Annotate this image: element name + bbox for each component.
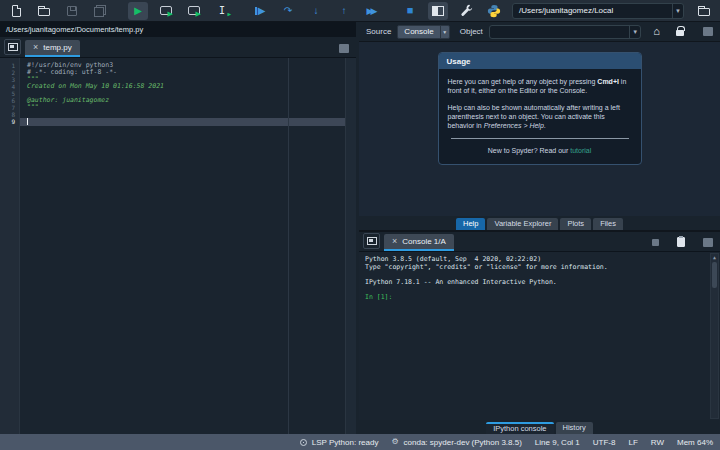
browse-folder-icon	[698, 8, 710, 16]
help-options-menu-icon[interactable]	[703, 27, 713, 36]
cmd-i-shortcut: Cmd+I	[597, 78, 619, 85]
run-selection-icon: I▶	[219, 5, 225, 16]
help-toolbar: Source Console ▼ Object ▼ ⌂	[359, 22, 720, 42]
object-label: Object	[460, 27, 483, 36]
step-into-icon: ↓	[314, 6, 319, 16]
console-state-icon	[652, 239, 659, 246]
divider	[451, 138, 629, 139]
save-all-button[interactable]	[90, 2, 110, 20]
save-icon	[67, 6, 77, 16]
console-toolbar-icons	[652, 237, 717, 247]
source-label: Source	[366, 27, 391, 36]
home-icon[interactable]: ⌂	[653, 26, 660, 37]
scrollbar-handle[interactable]	[712, 262, 717, 288]
chevron-down-icon[interactable]: ▼	[629, 26, 640, 38]
preferences-button[interactable]	[456, 2, 476, 20]
lock-icon[interactable]	[676, 30, 684, 36]
save-button[interactable]	[62, 2, 82, 20]
tab-help[interactable]: Help	[456, 218, 485, 230]
chevron-down-icon[interactable]: ▼	[440, 26, 449, 38]
step-over-button[interactable]: ↷	[278, 2, 298, 20]
code-line: 8	[0, 111, 356, 118]
console-browse-tabs-button[interactable]	[363, 233, 380, 249]
console-tab-1a[interactable]: × Console 1/A	[384, 234, 454, 251]
console-scrollbar[interactable]: ▲	[710, 253, 719, 419]
console-line: Type "copyright", "credits" or "license"…	[365, 264, 714, 272]
clipboard-icon[interactable]	[677, 237, 685, 247]
code-line: 6@author: juanitagomez	[0, 97, 356, 104]
run-cell-button[interactable]: ▶	[156, 2, 176, 20]
editor-options-menu-icon[interactable]	[339, 44, 349, 53]
console-tab-label: Console 1/A	[402, 237, 446, 246]
step-out-button[interactable]: ↑	[334, 2, 354, 20]
stop-debug-button[interactable]: ■	[400, 2, 420, 20]
step-over-icon: ↷	[284, 6, 292, 16]
close-tab-icon[interactable]: ×	[392, 237, 397, 246]
tab-files[interactable]: Files	[593, 218, 623, 230]
ipython-console-output[interactable]: Python 3.8.5 (default, Sep 4 2020, 02:22…	[359, 252, 720, 420]
tutorial-link[interactable]: tutorial	[570, 147, 591, 154]
cursor-position-status: Line 9, Col 1	[535, 438, 580, 447]
python-path-manager-button[interactable]	[484, 2, 504, 20]
memory-status: Mem 64%	[677, 438, 713, 447]
browse-working-directory-button[interactable]	[694, 2, 714, 20]
code-lines: 1#!/usr/bin/env python3 2# -*- coding: u…	[0, 58, 356, 125]
code-line: 2# -*- coding: utf-8 -*-	[0, 69, 356, 76]
code-line-current: 9	[0, 118, 356, 125]
usage-card-title: Usage	[439, 53, 641, 69]
console-options-menu-icon[interactable]	[703, 238, 713, 247]
tab-history[interactable]: History	[556, 422, 593, 434]
tab-plots[interactable]: Plots	[560, 218, 591, 230]
open-file-button[interactable]	[34, 2, 54, 20]
object-combobox[interactable]: ▼	[489, 25, 642, 39]
new-file-button[interactable]	[6, 2, 26, 20]
source-dropdown[interactable]: Console ▼	[397, 25, 449, 39]
editor-tab-temp-py[interactable]: × temp.py	[25, 40, 80, 57]
usage-paragraph-1: Here you can get help of any object by p…	[448, 77, 632, 95]
save-all-icon	[94, 5, 106, 17]
chevron-down-icon[interactable]: ▼	[672, 4, 683, 18]
stop-icon: ■	[407, 5, 414, 16]
run-file-button[interactable]: ▶	[128, 2, 148, 20]
status-bar: LSP Python: ready ⚙conda: spyder-dev (Py…	[0, 434, 720, 450]
code-line: 4Created on Mon May 10 01:16:58 2021	[0, 83, 356, 90]
main-toolbar: ▶ ▶ ▶ I▶ ▶ ↷ ↓ ↑ ▶▶ ■	[0, 0, 720, 22]
permissions-status: RW	[651, 438, 664, 447]
toolbar-right-group: /Users/juanitagomez/Local ▼ ↑	[428, 2, 720, 20]
working-directory-combobox[interactable]: /Users/juanitagomez/Local ▼	[512, 3, 684, 19]
run-cell-advance-button[interactable]: ▶	[184, 2, 204, 20]
tab-variable-explorer[interactable]: Variable Explorer	[487, 218, 558, 230]
run-selection-button[interactable]: I▶	[212, 2, 232, 20]
spyder-window: ▶ ▶ ▶ I▶ ▶ ↷ ↓ ↑ ▶▶ ■	[0, 0, 720, 450]
working-directory-value: /Users/juanitagomez/Local	[513, 6, 672, 15]
tab-ipython-console[interactable]: IPython console	[486, 422, 553, 434]
lsp-status: LSP Python: ready	[300, 438, 379, 447]
run-toolbar-group: ▶ ▶ ▶ I▶	[128, 2, 240, 20]
encoding-status: UTF-8	[593, 438, 616, 447]
right-bottom-pane-tabs: IPython console History	[359, 420, 720, 434]
usage-footer: New to Spyder? Read our tutorial	[448, 146, 632, 157]
lsp-status-icon	[300, 439, 307, 446]
open-folder-icon	[38, 8, 50, 16]
close-tab-icon[interactable]: ×	[33, 43, 38, 52]
continue-button[interactable]: ▶▶	[362, 2, 382, 20]
source-dropdown-value: Console	[398, 27, 439, 36]
editor-panel: /Users/juanitagomez/Documents/temp.py × …	[0, 22, 359, 434]
eol-status: LF	[628, 438, 637, 447]
run-cell-advance-icon: ▶	[188, 6, 200, 15]
right-top-pane-tabs: Help Variable Explorer Plots Files	[359, 216, 720, 230]
conda-environment-status[interactable]: ⚙conda: spyder-dev (Python 3.8.5)	[391, 438, 521, 447]
code-line: 7"""	[0, 104, 356, 111]
console-panel: × Console 1/A Python 3.8.5 (default, Sep…	[359, 230, 720, 420]
maximize-pane-button[interactable]	[428, 2, 448, 20]
debug-file-button[interactable]: ▶	[250, 2, 270, 20]
maximize-pane-icon	[432, 6, 444, 16]
run-icon: ▶	[134, 6, 142, 16]
step-into-button[interactable]: ↓	[306, 2, 326, 20]
python-logo-icon	[487, 4, 501, 18]
code-editor[interactable]: 1#!/usr/bin/env python3 2# -*- coding: u…	[0, 58, 356, 434]
console-line	[365, 286, 714, 294]
scroll-up-icon[interactable]: ▲	[711, 254, 718, 260]
preferences-help-path: Preferences > Help	[484, 122, 544, 129]
browse-tabs-button[interactable]	[4, 39, 21, 55]
